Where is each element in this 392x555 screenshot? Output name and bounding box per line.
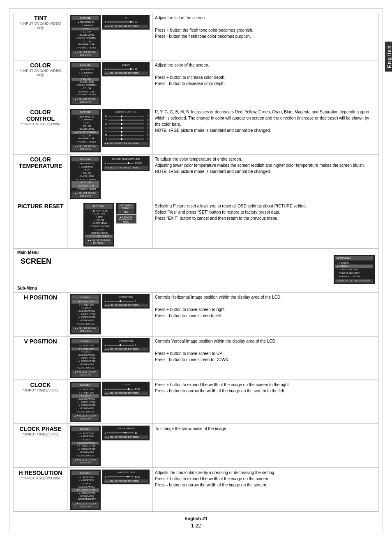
osd-clock: CLOCK ◄ 1782 ◄ ► SEL SET RETURN EXIT MEN… [102, 382, 150, 396]
main-menu-screenshot: MAIN MENU ○ PICTURE ● SCREEN ○ CONFIGURA… [334, 255, 375, 284]
feature-cell-color: COLOR *:INPUT DVD/HD,VIDEO only [14, 60, 67, 107]
feature-cell-color-control: COLOR CONTROL *:INPUT RGB1,2,3 only [14, 107, 67, 154]
screenshots-cell-h-resolution: SCREEN ○ H POSITION ○ V POSITION ○ CLOCK… [67, 468, 152, 512]
screenshots-cell-color-temp: PICTURE ○ BRIGHTNESS ○ CONTRAST ○ TINT ○… [67, 154, 152, 201]
feature-name-color: COLOR [16, 62, 65, 69]
osd-h-position: H POSITION ◄ 0 ◄ ► SEL SET RETURN EXIT M… [102, 294, 150, 309]
screenshots-cell-tint: PICTURE ● BRIGHTNESS ○ CONTRAST ● TINT ○… [67, 13, 152, 60]
screenshots-cell-clock-phase: SCREEN ○ H POSITION ○ V POSITION ○ CLOCK… [67, 424, 152, 468]
osd-v-position: V POSITION ◄ 0 ◄ ► SEL SET RETURN EXIT M… [102, 338, 150, 353]
feature-cell-v-position: V POSITION [14, 336, 67, 380]
table-row: COLOR *:INPUT DVD/HD,VIDEO only PICTURE … [14, 60, 378, 107]
menu-screenshot-tint: PICTURE ● BRIGHTNESS ○ CONTRAST ● TINT ○… [70, 15, 101, 58]
osd-color-temp: COLOR TEMPERATURE ◄ 9600K ◄ ► SEL SET RE… [102, 156, 150, 171]
table-row: H POSITION SCREEN ● H POSITION ○ V POSIT… [14, 292, 378, 336]
osd-color: COLOR ◄ 32 ◄ ► SEL SET RETURN EXIT MENU [102, 62, 150, 77]
screenshots-cell-v-position: SCREEN ○ H POSITION ● V POSITION ○ CLOCK… [67, 336, 152, 380]
table-row: COLOR CONTROL *:INPUT RGB1,2,3 only PICT… [14, 107, 378, 154]
feature-cell-color-temperature: COLOR TEMPERATURE [14, 154, 67, 201]
screenshots-cell-picture-reset: PICTURE ○ BRIGHTNESS ○ CONTRAST ○ TINT ○… [67, 201, 152, 249]
osd-picture-reset: PICTURE RESET YES ▲▼ SEL SET RETURN EXIT… [116, 203, 136, 223]
description-color-temp: To adjust the color temperature of entir… [152, 154, 378, 201]
page-number: 1-22 [14, 523, 378, 529]
feature-cell-tint: TINT *:INPUT DVD/HD,VIDEO only [14, 13, 67, 60]
description-picture-reset: Selecting Picture reset allows you to re… [152, 201, 378, 249]
description-color-control: R, Y, G, C, B, M, S: Increases or decrea… [152, 107, 378, 154]
table-row: COLOR TEMPERATURE PICTURE ○ BRIGHTNESS ○… [14, 154, 378, 201]
screen-section-header: Main-Menu SCREEN MAIN MENU ○ PICTURE ● S… [14, 248, 378, 292]
page-container: English TINT *:INPUT DVD/HD,VIDEO only P… [9, 8, 383, 533]
feature-name-clock-phase: CLOCK PHASE [16, 426, 65, 432]
table-row: H RESOLUTION *:INPUT RGB1/2/3 only SCREE… [14, 468, 378, 512]
table-row: TINT *:INPUT DVD/HD,VIDEO only PICTURE ●… [14, 13, 378, 60]
table-row: V POSITION SCREEN ○ H POSITION ● V POSIT… [14, 336, 378, 380]
description-color: Adjust the color of the screen. Press + … [152, 60, 378, 107]
menu-screenshot-cp: SCREEN ○ H POSITION ○ V POSITION ○ CLOCK… [70, 426, 101, 466]
screen-section-header-row: Main-Menu SCREEN MAIN MENU ○ PICTURE ● S… [14, 248, 378, 292]
screenshots-cell-clock: SCREEN ○ H POSITION ○ V POSITION ● CLOCK… [67, 380, 152, 424]
description-clock-phase: To change the snow noise of the image. [152, 424, 378, 468]
description-v-position: Controls Vertical Image position within … [152, 336, 378, 380]
description-h-position: Controls Horizontal Image position withi… [152, 292, 378, 336]
menu-screenshot-hp: SCREEN ● H POSITION ○ V POSITION ○ CLOCK… [70, 294, 101, 334]
screenshots-cell-color: PICTURE ○ BRIGHTNESS ○ CONTRAST ○ TINT ●… [67, 60, 152, 107]
table-row: CLOCK PHASE *:INPUT RGB2/3 only SCREEN ○… [14, 424, 378, 468]
main-table: TINT *:INPUT DVD/HD,VIDEO only PICTURE ●… [14, 13, 378, 512]
menu-screenshot-clock: SCREEN ○ H POSITION ○ V POSITION ● CLOCK… [70, 382, 101, 422]
osd-color-control: COLOR CONTROL R 0 Y 0 G 0 C 0 B 0 M 0 S … [102, 109, 150, 147]
feature-cell-clock-phase: CLOCK PHASE *:INPUT RGB2/3 only [14, 424, 67, 468]
feature-name-v-position: V POSITION [16, 338, 65, 345]
sub-label-color-control: *:INPUT RGB1,2,3 only [16, 122, 65, 126]
sub-label-clock-phase: *:INPUT RGB2/3 only [16, 432, 65, 436]
description-tint: Adjust the tint of the screen. Press + b… [152, 13, 378, 60]
sub-menu-label: Sub-Menu [17, 286, 375, 290]
sub-label-h-resolution: *:INPUT RGB1/2/3 only [16, 476, 65, 480]
description-clock: Press + button to expand the width of th… [152, 380, 378, 424]
feature-name-color-control: COLOR CONTROL [16, 109, 65, 122]
feature-name-tint: TINT [16, 15, 65, 21]
feature-name-color-temperature: COLOR TEMPERATURE [16, 156, 65, 169]
english-tab: English [385, 41, 392, 71]
feature-name-clock: CLOCK [16, 382, 65, 388]
menu-screenshot-vp: SCREEN ○ H POSITION ● V POSITION ○ CLOCK… [70, 338, 101, 378]
feature-cell-h-position: H POSITION [14, 292, 67, 336]
bottom-label: English-21 [14, 516, 378, 521]
sub-label-clock: *:INPUT RGB2/3 only [16, 388, 65, 392]
yes-box: PICTURE RESET YES [116, 203, 136, 214]
feature-name-h-resolution: H RESOLUTION [16, 470, 65, 476]
menu-screenshot-pr: PICTURE ○ BRIGHTNESS ○ CONTRAST ○ TINT ○… [83, 203, 114, 246]
menu-screenshot-color: PICTURE ○ BRIGHTNESS ○ CONTRAST ○ TINT ●… [70, 62, 101, 106]
table-row: PICTURE RESET PICTURE ○ BRIGHTNESS ○ CON… [14, 201, 378, 249]
screen-section-name: SCREEN [17, 255, 55, 268]
osd-clock-phase: CLOCK PHASE ◄ 18 ◄ ► SEL SET RETURN EXIT… [102, 426, 150, 440]
main-menu-label: Main-Menu [17, 250, 375, 255]
screenshots-cell-color-control: PICTURE ○ BRIGHTNESS ○ CONTRAST ○ TINT ○… [67, 107, 152, 154]
table-row: CLOCK *:INPUT RGB2/3 only SCREEN ○ H POS… [14, 380, 378, 424]
feature-cell-h-resolution: H RESOLUTION *:INPUT RGB1/2/3 only [14, 468, 67, 512]
feature-name-picture-reset: PICTURE RESET [16, 203, 65, 210]
osd-tint: TINT ◄ 32 ◄ ► SEL SET RETURN EXIT MENU [102, 15, 150, 30]
screenshots-cell-h-position: SCREEN ● H POSITION ○ V POSITION ○ CLOCK… [67, 292, 152, 336]
feature-cell-picture-reset: PICTURE RESET [14, 201, 67, 249]
feature-cell-clock: CLOCK *:INPUT RGB2/3 only [14, 380, 67, 424]
menu-screenshot-cc: PICTURE ○ BRIGHTNESS ○ CONTRAST ○ TINT ○… [70, 109, 101, 152]
osd-h-resolution: H RESOLUTION ◄ 1360 ◄ ► SEL SET RETURN E… [102, 470, 150, 484]
sub-label-tint: *:INPUT DVD/HD,VIDEO only [16, 21, 65, 30]
sub-label-color: *:INPUT DVD/HD,VIDEO only [16, 69, 65, 77]
menu-screenshot-ct: PICTURE ○ BRIGHTNESS ○ CONTRAST ○ TINT ○… [70, 156, 101, 200]
description-h-resolution: Adjusts the horizontal size by increasin… [152, 468, 378, 512]
menu-screenshot-hr: SCREEN ○ H POSITION ○ V POSITION ○ CLOCK… [70, 470, 101, 510]
feature-name-h-position: H POSITION [16, 294, 65, 301]
